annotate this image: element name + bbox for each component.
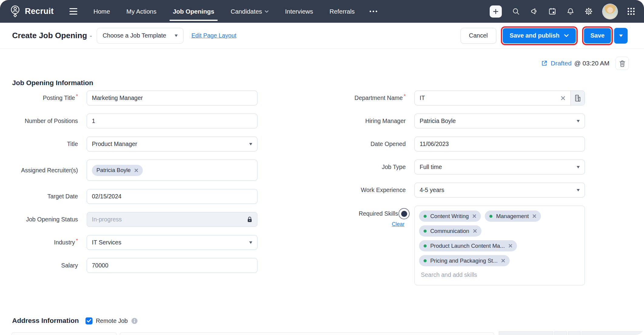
- nav-more-icon[interactable]: [363, 11, 384, 12]
- skill-chip-label: Management: [496, 213, 529, 220]
- skills-search-input[interactable]: Search and add skills: [421, 271, 580, 278]
- remote-job-checkbox[interactable]: [86, 317, 92, 324]
- number-of-positions-input[interactable]: [87, 114, 257, 128]
- required-skills-label: Required Skills: [359, 210, 398, 217]
- top-navbar: Recruit HomeMy ActionsJob OpeningsCandid…: [0, 0, 644, 23]
- skill-chip-label: Content Writing: [430, 213, 469, 220]
- skill-chip-label: Product Launch Content Ma...: [430, 243, 505, 249]
- apps-grid-icon[interactable]: [627, 8, 635, 15]
- date-opened-input[interactable]: [414, 137, 585, 151]
- chevron-down-icon: [175, 35, 178, 37]
- chevron-down-icon: [577, 120, 580, 122]
- clear-icon[interactable]: [561, 96, 565, 101]
- posting-title-row: Posting Title*: [12, 91, 257, 105]
- skills-mandatory-toggle[interactable]: [398, 208, 410, 219]
- chip-remove-icon[interactable]: [473, 229, 477, 233]
- delete-draft-button[interactable]: [615, 57, 629, 70]
- nav-item-label: Interviews: [285, 8, 313, 15]
- nav-item-home[interactable]: Home: [85, 0, 118, 23]
- skill-chip[interactable]: Product Launch Content Ma...: [419, 240, 517, 251]
- department-lookup-icon[interactable]: [570, 91, 585, 105]
- salary-input[interactable]: [87, 258, 257, 273]
- clear-skills-link[interactable]: Clear: [392, 221, 404, 228]
- nav-item-label: Candidates: [231, 8, 262, 15]
- target-date-label: Target Date: [47, 193, 78, 200]
- chip-remove-icon[interactable]: [532, 214, 536, 218]
- chip-remove-icon[interactable]: [134, 168, 138, 172]
- assigned-recruiters-label: Assigned Recruiter(s): [21, 167, 78, 174]
- posting-title-input[interactable]: [87, 91, 257, 105]
- chevron-down-icon: [577, 189, 580, 191]
- chevron-down-icon: [577, 166, 580, 168]
- info-icon[interactable]: [131, 318, 138, 324]
- department-name-field[interactable]: IT: [414, 91, 585, 105]
- hiring-manager-value: Patricia Boyle: [420, 118, 456, 124]
- job-opening-status-row: Job Opening Status In-progress: [12, 212, 257, 227]
- create-plus-button[interactable]: [490, 5, 502, 18]
- required-skills-row: Required Skills Clear Content WritingMan…: [340, 206, 585, 285]
- nav-item-label: My Actions: [126, 8, 156, 15]
- edit-page-layout-link[interactable]: Edit Page Layout: [191, 32, 236, 39]
- title-select[interactable]: Product Manager: [87, 137, 257, 151]
- job-type-select[interactable]: Full time: [414, 160, 585, 174]
- drafted-time: @ 03:20 AM: [574, 60, 609, 67]
- required-skills-field[interactable]: Content WritingManagementCommunicationPr…: [414, 206, 585, 285]
- hiring-manager-select[interactable]: Patricia Boyle: [414, 114, 585, 128]
- chevron-down-icon: [265, 10, 269, 13]
- recruiter-chip: Patricia Boyle: [92, 165, 143, 176]
- nav-item-referrals[interactable]: Referrals: [321, 0, 363, 23]
- job-opening-status-field: In-progress: [87, 212, 257, 227]
- chip-remove-icon[interactable]: [501, 259, 505, 263]
- drafted-status-link[interactable]: Drafted: [541, 60, 572, 67]
- skill-chip-row: Communication: [419, 225, 580, 237]
- skill-chip[interactable]: Management: [485, 211, 541, 222]
- gear-icon[interactable]: [585, 7, 593, 15]
- assigned-recruiters-field[interactable]: Patricia Boyle: [87, 160, 257, 181]
- nav-item-label: Referrals: [330, 8, 355, 15]
- calendar-icon[interactable]: [548, 7, 556, 15]
- skill-dot-icon: [424, 259, 427, 262]
- nav-item-candidates[interactable]: Candidates: [223, 0, 277, 23]
- search-icon[interactable]: [512, 7, 520, 15]
- nav-item-interviews[interactable]: Interviews: [277, 0, 321, 23]
- cutoff-table-header: [499, 331, 644, 335]
- nav-item-label: Home: [93, 8, 110, 15]
- nav-item-job-openings[interactable]: Job Openings: [165, 0, 223, 23]
- skill-dot-icon: [424, 215, 427, 218]
- industry-value: IT Services: [92, 239, 121, 246]
- skill-chip[interactable]: Communication: [419, 225, 481, 237]
- check-icon: [87, 319, 91, 323]
- industry-select[interactable]: IT Services: [87, 235, 257, 250]
- skill-chip-label: Communication: [430, 228, 469, 234]
- brand-name: Recruit: [25, 7, 54, 16]
- hamburger-menu-icon[interactable]: [69, 8, 77, 15]
- bell-icon[interactable]: [566, 7, 575, 15]
- nav-item-my-actions[interactable]: My Actions: [118, 0, 165, 23]
- title-row: Title Product Manager: [12, 137, 257, 151]
- job-template-dropdown[interactable]: Choose a Job Template: [97, 28, 183, 44]
- date-opened-row: Date Opened: [340, 137, 585, 151]
- skill-chip[interactable]: Content Writing: [419, 211, 481, 222]
- date-opened-label: Date Opened: [371, 140, 406, 148]
- brand[interactable]: Recruit: [9, 4, 54, 18]
- cutoff-field-left: [12, 332, 117, 335]
- target-date-row: Target Date: [12, 189, 257, 204]
- skill-chip[interactable]: Pricing and Packaging St...: [419, 255, 510, 266]
- job-type-label: Job Type: [382, 163, 406, 171]
- chip-remove-icon[interactable]: [472, 214, 476, 218]
- chevron-down-icon: [249, 143, 252, 145]
- chip-remove-icon[interactable]: [508, 244, 512, 248]
- save-options-caret-button[interactable]: [614, 28, 628, 44]
- save-and-publish-button[interactable]: Save and publish: [503, 28, 576, 43]
- target-date-input[interactable]: [87, 189, 257, 204]
- address-section-header: Address Information Remote Job: [12, 317, 138, 325]
- required-asterisk: *: [76, 238, 78, 244]
- save-button[interactable]: Save: [584, 28, 611, 43]
- skill-dot-icon: [424, 244, 427, 247]
- megaphone-icon[interactable]: [530, 7, 538, 15]
- user-avatar[interactable]: [603, 4, 617, 19]
- assigned-recruiters-row: Assigned Recruiter(s) Patricia Boyle: [12, 160, 257, 181]
- work-experience-select[interactable]: 4-5 years: [414, 183, 585, 197]
- cancel-button[interactable]: Cancel: [461, 28, 496, 44]
- job-opening-status-value: In-progress: [92, 216, 122, 223]
